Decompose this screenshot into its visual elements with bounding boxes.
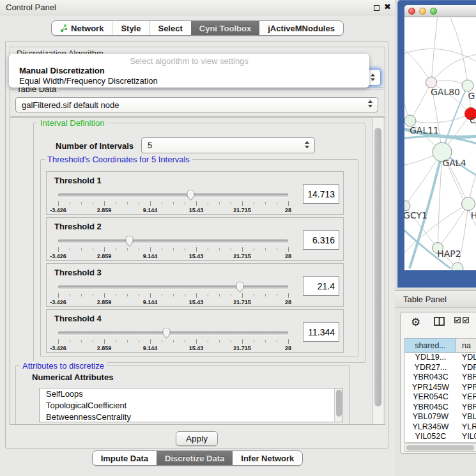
minimize-traffic-light-icon[interactable] <box>419 8 426 15</box>
cell-name[interactable]: YBR0 <box>456 403 476 413</box>
cell-shared-name[interactable]: YBR045C <box>405 403 456 413</box>
network-window-titlebar[interactable] <box>404 5 476 17</box>
float-window-icon[interactable] <box>374 5 380 11</box>
threshold-label: Threshold 2 <box>54 222 102 231</box>
close-icon[interactable]: ✖ <box>384 2 391 12</box>
cell-shared-name[interactable]: YBR043C <box>405 372 456 383</box>
slider-ticks <box>58 247 288 252</box>
cell-shared-name[interactable]: YER054C <box>405 392 456 403</box>
attribute-list-item[interactable]: BetweennessCentrality <box>40 411 342 422</box>
column-header-name[interactable]: na <box>456 338 476 353</box>
table-row[interactable]: YPR145WYPR1 <box>405 383 476 393</box>
attribute-list-item[interactable]: SelfLoops <box>40 388 342 400</box>
split-columns-icon[interactable] <box>434 317 445 328</box>
tab-label: Select <box>158 24 182 33</box>
tab-infer-network[interactable]: Infer Network <box>233 451 302 465</box>
threshold-value-input[interactable] <box>303 322 339 342</box>
slider-track[interactable] <box>58 286 288 289</box>
cell-name[interactable]: YLR3 <box>456 422 476 433</box>
control-panel-titlebar: Control Panel ✖ <box>0 0 395 15</box>
table-row[interactable]: YBL079WYBL0 <box>405 412 476 422</box>
network-edge <box>404 48 431 82</box>
dropdown-hint: Select algorithm to view settings <box>9 56 369 66</box>
close-traffic-light-icon[interactable] <box>408 8 415 15</box>
table-panel-title: Table Panel <box>403 295 447 304</box>
network-node[interactable] <box>462 197 475 211</box>
cell-shared-name[interactable]: YPR145W <box>405 383 456 393</box>
dropdown-option[interactable]: Equal Width/Frequency Discretization <box>19 76 158 86</box>
tab-select[interactable]: Select <box>149 21 190 35</box>
table-panel-titlebar[interactable]: Table Panel <box>395 290 476 308</box>
network-canvas[interactable]: GAL80GCGAL11GAL4GCY1HHAP2 <box>404 17 476 270</box>
network-node[interactable] <box>452 263 463 270</box>
cell-name[interactable]: YBL0 <box>456 412 476 422</box>
tab-label: Network <box>71 24 104 33</box>
cell-name[interactable]: YER0 <box>456 392 476 403</box>
table-row[interactable]: YDR27...YDR2 <box>405 363 476 373</box>
cell-name[interactable]: YBR0 <box>456 372 476 383</box>
table-row[interactable]: YBR045CYBR0 <box>405 403 476 413</box>
table-row[interactable]: YER054CYER0 <box>405 392 476 403</box>
tab-discretize-data[interactable]: Discretize Data <box>157 451 233 465</box>
slider-track[interactable] <box>58 194 288 197</box>
gear-icon[interactable]: ⚙ <box>411 317 420 328</box>
node-table: shared... na YDL19...YDL1YDR27...YDR2YBR… <box>404 338 476 443</box>
tab-style[interactable]: Style <box>112 21 149 35</box>
threshold-panel: Threshold 2-3.4262.8599.14415.4321.71528 <box>46 217 344 261</box>
network-node[interactable] <box>404 201 410 211</box>
slider-thumb[interactable] <box>186 189 196 201</box>
tab-impute-data[interactable]: Impute Data <box>93 451 157 465</box>
cell-name[interactable]: YIL0 <box>456 432 476 442</box>
network-node[interactable] <box>426 77 437 88</box>
zoom-traffic-light-icon[interactable] <box>430 8 437 15</box>
table-row[interactable]: YLR345WYLR3 <box>405 422 476 433</box>
cell-name[interactable]: YDR2 <box>456 363 476 373</box>
slider-tick-labels: -3.4262.8599.14415.4321.71528 <box>58 345 288 351</box>
cell-shared-name[interactable]: YDL19... <box>405 353 456 363</box>
threshold-value-input[interactable] <box>303 230 339 250</box>
slider-track[interactable] <box>58 332 288 335</box>
cell-name[interactable]: YPR1 <box>456 383 476 393</box>
network-view-frame: GAL80GCGAL11GAL4GCY1HHAP2 <box>397 0 476 288</box>
checked-box-icons[interactable] <box>454 317 469 323</box>
slider-track[interactable] <box>58 240 288 243</box>
network-edge <box>410 114 471 123</box>
table-row[interactable]: YBR043CYBR0 <box>405 372 476 383</box>
combo-arrows-icon <box>304 140 310 151</box>
network-node[interactable] <box>462 80 473 91</box>
network-node-label: HAP2 <box>437 249 461 259</box>
network-node-label: G <box>468 91 475 101</box>
table-row[interactable]: YDL19...YDL1 <box>405 353 476 363</box>
slider-thumb[interactable] <box>235 281 245 293</box>
cell-shared-name[interactable]: YLR345W <box>405 422 456 433</box>
column-header-shared[interactable]: shared... <box>404 338 456 353</box>
tab-label: Cyni Toolbox <box>199 24 251 33</box>
tab-jactivemnodules[interactable]: jActiveMNodules <box>259 21 343 35</box>
settings-vertical-scrollbar[interactable] <box>372 118 383 424</box>
table-header-row: shared... na <box>404 338 476 353</box>
table-row[interactable]: YIL052CYIL0 <box>405 432 476 442</box>
dropdown-option[interactable]: Manual Discretization <box>19 66 105 75</box>
interval-definition-title: Interval Definition <box>38 118 107 128</box>
tab-network[interactable]: Network <box>52 21 112 35</box>
cell-shared-name[interactable]: YIL052C <box>405 432 456 442</box>
attributes-list-scrollbar[interactable] <box>334 388 342 422</box>
cell-shared-name[interactable]: YBL079W <box>405 412 456 422</box>
table-data-combobox[interactable]: galFiltered.sif default node <box>15 97 378 112</box>
network-edge <box>410 82 431 121</box>
thresholds-group: Threshold's Coordinates for 5 Intervals … <box>40 159 358 357</box>
attribute-list-item[interactable]: TopologicalCoefficient <box>40 400 342 411</box>
cell-name[interactable]: YDL1 <box>456 353 476 363</box>
table-horizontal-scrollbar[interactable] <box>404 443 476 452</box>
cell-shared-name[interactable]: YDR27... <box>405 363 456 373</box>
slider-thumb[interactable] <box>125 235 134 247</box>
threshold-value-input[interactable] <box>303 276 339 296</box>
network-node-label: GCY1 <box>404 210 427 220</box>
num-intervals-combobox[interactable]: 5 <box>141 137 315 153</box>
slider-thumb[interactable] <box>162 327 171 339</box>
apply-button[interactable]: Apply <box>176 431 218 446</box>
network-node-label: C <box>470 115 476 125</box>
tab-cyni-toolbox[interactable]: Cyni Toolbox <box>191 21 259 35</box>
threshold-value-input[interactable] <box>303 184 339 204</box>
slider-tick-labels: -3.4262.8599.14415.4321.71528 <box>58 253 288 259</box>
